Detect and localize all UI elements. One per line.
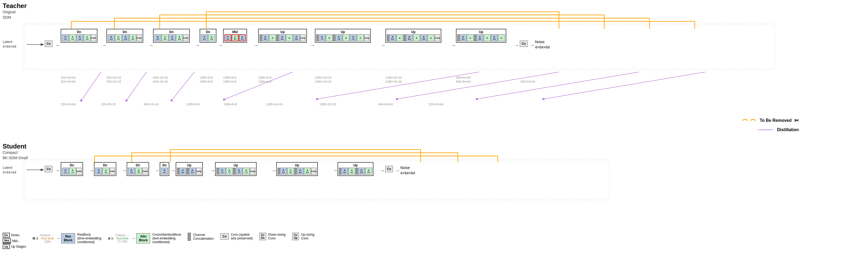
- teacher-up1-dim: 1280×8×8: [258, 76, 272, 79]
- student-up1: Up R6,1 R6,3 CvUp: [176, 162, 203, 176]
- student-latent-label: Latent4×64×64: [3, 165, 16, 175]
- svg-line-7: [83, 72, 101, 98]
- teacher-label: Teacher: [3, 2, 27, 9]
- teacher-dn4: Dn R4,1 A4,2: [199, 29, 216, 42]
- teacher-up1: Up R6,1 A R6,2 A R6,3 CvUp: [258, 29, 307, 42]
- svg-line-13: [479, 72, 639, 98]
- teacher-output-cv: Cv: [520, 40, 528, 47]
- svg-line-8: [128, 72, 146, 98]
- student-dn3: Dn R3,1 A3,1 CvDn: [127, 162, 149, 176]
- student-sublabel: CompactBK-SDM-Small: [3, 150, 28, 161]
- teacher-mid: Mid R5,1 A5,2 R5,2: [223, 29, 247, 42]
- student-label: Student: [3, 143, 26, 150]
- teacher-dn1-dim: 320×64×64: [61, 76, 75, 79]
- student-up4: Up R9,1 A9,1 R9,3 A9,3: [338, 162, 373, 176]
- legend-section: Dn Down, Mid Mid-, Up Up Stages R = Feat…: [3, 233, 314, 249]
- teacher-input-cv: Cv: [45, 40, 53, 47]
- student-dn4: Dn R4,1: [160, 162, 169, 176]
- teacher-dn2: Dn R2,1 A2,1 R2,2 A2,2 CvDn: [106, 29, 143, 42]
- student-dn2: Dn R2,1 A2,1 CvDn: [94, 162, 116, 176]
- teacher-arrow-1: →: [55, 42, 60, 48]
- student-dn1: Dn R1,1 A1,1 CvDn: [61, 162, 83, 176]
- student-up2: Up R7,1 A7,1 R7,3 A7,3 CvUp: [215, 162, 257, 176]
- teacher-up3: Up R8,1 A R8,2 A R8,3 A CvUp: [385, 29, 441, 42]
- teacher-latent-label: Latent4×64×64: [3, 39, 16, 49]
- teacher-dn2-dim: 320×32×32: [106, 76, 121, 79]
- student-input-cv: Cv: [45, 166, 53, 172]
- teacher-up4: Up R9,1 A R9,2 A R9,3 A: [456, 29, 506, 42]
- diagram: Teacher OriginalSDM Latent4×64×64 Studen…: [0, 0, 868, 257]
- teacher-dn3: Dn R3,1 A3,1 R3,2 A3,2 CvDn: [153, 29, 190, 42]
- teacher-dn3-dim: 640×16×16: [153, 76, 168, 79]
- teacher-dn4-dim: 1280×8×8: [199, 76, 213, 79]
- teacher-sublabel: OriginalSDM: [3, 9, 16, 20]
- tbr-legend: To Be Removed ✂: [741, 117, 799, 124]
- teacher-up3-dim: 1280×32×32: [385, 76, 402, 79]
- teacher-mid-dim: 1280×8×8: [223, 76, 236, 79]
- student-up3: Up R8,1 A8,1 R8,3 A8,3 CvUp: [276, 162, 318, 176]
- teacher-up4-dim: 640×64×64: [456, 76, 471, 79]
- student-output-cv: Cv: [385, 166, 393, 172]
- student-noise: Noise4×64×64: [400, 165, 415, 176]
- svg-line-12: [399, 72, 559, 98]
- teacher-up2-dim: 1280×16×16: [315, 76, 331, 79]
- distillation-legend: Distillation: [758, 127, 799, 132]
- teacher-up2: Up R7,1 A R7,2 A R7,3 A CvUp: [315, 29, 371, 42]
- teacher-noise: Noise4×64×64: [535, 39, 550, 50]
- svg-line-9: [173, 72, 194, 98]
- svg-line-14: [546, 72, 705, 98]
- teacher-dn1: Dn R1,1 A1,1 R1,2 A1,2 CvDn: [61, 29, 97, 42]
